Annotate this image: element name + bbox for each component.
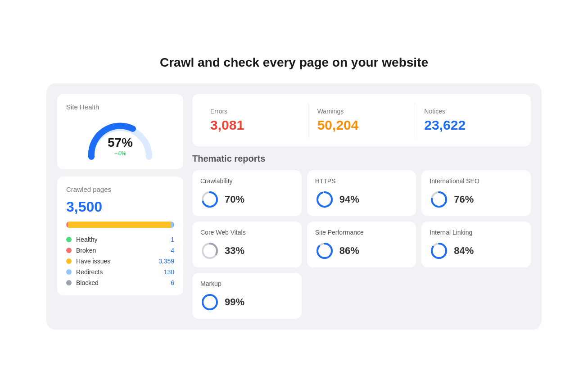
report-name: Core Web Vitals <box>200 229 294 236</box>
report-gauge: 99% <box>200 293 294 312</box>
legend-item: Broken 4 <box>66 247 174 254</box>
bar-segment <box>68 222 171 228</box>
report-gauge: 33% <box>200 241 294 260</box>
gauge-change: +4% <box>108 150 133 157</box>
legend-count: 3,359 <box>158 258 174 265</box>
reports-grid: Crawlability 70% HTTPS 94% International… <box>192 170 531 319</box>
report-name: Markup <box>200 280 294 287</box>
legend-list: Healthy 1 Broken 4 Have issues 3,359 Red… <box>66 236 174 286</box>
svg-point-13 <box>203 295 217 309</box>
report-name: HTTPS <box>315 177 408 185</box>
site-health-card: Site Health 57% +4% <box>57 94 183 169</box>
report-gauge: 76% <box>430 190 523 209</box>
donut-svg <box>315 241 334 260</box>
report-percent: 99% <box>225 296 244 308</box>
legend-label: Have issues <box>76 258 110 265</box>
right-panel: Errors 3,081 Warnings 50,204 Notices 23,… <box>192 94 531 319</box>
report-gauge: 86% <box>315 241 408 260</box>
legend-count: 6 <box>171 279 174 286</box>
thematic-reports-section: Thematic reports Crawlability 70% HTTPS … <box>192 154 531 319</box>
report-percent: 84% <box>454 245 474 257</box>
legend-count: 4 <box>171 247 174 254</box>
bar-segment <box>173 222 174 228</box>
donut-svg <box>200 241 219 260</box>
svg-point-3 <box>317 192 332 207</box>
legend-count: 1 <box>171 236 174 243</box>
stat-item[interactable]: Errors 3,081 <box>201 103 308 137</box>
donut-svg <box>315 190 334 209</box>
donut-svg <box>200 190 219 209</box>
stat-label: Notices <box>424 108 513 115</box>
donut-svg <box>200 293 219 312</box>
svg-point-9 <box>317 244 332 258</box>
report-percent: 33% <box>225 245 244 257</box>
report-percent: 86% <box>339 245 359 257</box>
report-gauge: 70% <box>200 190 294 209</box>
site-health-label: Site Health <box>66 103 174 111</box>
report-gauge: 94% <box>315 190 408 209</box>
legend-label: Redirects <box>76 268 103 276</box>
stats-card: Errors 3,081 Warnings 50,204 Notices 23,… <box>192 94 531 146</box>
stat-value: 3,081 <box>210 118 299 133</box>
stat-value: 50,204 <box>317 118 406 133</box>
report-name: Internal Linking <box>430 229 523 236</box>
page-container: Crawl and check every page on your websi… <box>46 55 542 330</box>
report-name: Crawlability <box>200 177 294 185</box>
legend-dot <box>66 258 72 264</box>
legend-count: 130 <box>164 268 174 276</box>
bar-chart <box>66 222 174 228</box>
report-card[interactable]: International SEO 76% <box>421 170 531 216</box>
report-card[interactable]: HTTPS 94% <box>307 170 416 216</box>
gauge-container: 57% +4% <box>84 116 156 157</box>
page-title: Crawl and check every page on your websi… <box>46 55 542 70</box>
gauge-percent: 57% <box>108 136 133 150</box>
legend-dot <box>66 248 72 253</box>
legend-label: Healthy <box>76 236 97 243</box>
legend-dot <box>66 237 72 242</box>
thematic-title: Thematic reports <box>192 154 531 164</box>
stat-item[interactable]: Warnings 50,204 <box>308 103 416 137</box>
legend-dot <box>66 269 72 275</box>
report-card[interactable]: Site Performance 86% <box>307 222 416 267</box>
crawled-count: 3,500 <box>66 199 174 215</box>
legend-dot <box>66 280 72 285</box>
report-gauge: 84% <box>430 241 523 260</box>
stat-label: Errors <box>210 108 299 115</box>
legend-label: Broken <box>76 247 96 254</box>
report-percent: 94% <box>339 194 359 205</box>
stat-label: Warnings <box>317 108 406 115</box>
report-name: International SEO <box>430 177 523 185</box>
gauge-center-text: 57% +4% <box>108 136 133 157</box>
donut-svg <box>430 190 448 209</box>
report-card[interactable]: Core Web Vitals 33% <box>192 222 302 267</box>
legend-label: Blocked <box>76 279 99 286</box>
legend-item: Redirects 130 <box>66 268 174 276</box>
report-percent: 76% <box>454 194 474 205</box>
legend-item: Healthy 1 <box>66 236 174 243</box>
left-panel: Site Health 57% +4% Crawled page <box>57 94 183 319</box>
report-name: Site Performance <box>315 229 408 236</box>
crawled-pages-card: Crawled pages 3,500 Healthy 1 Broken 4 H… <box>57 177 183 295</box>
report-card[interactable]: Crawlability 70% <box>192 170 302 216</box>
legend-item: Blocked 6 <box>66 279 174 286</box>
crawled-pages-label: Crawled pages <box>66 186 174 193</box>
dashboard: Site Health 57% +4% Crawled page <box>46 83 542 330</box>
legend-item: Have issues 3,359 <box>66 258 174 265</box>
donut-svg <box>430 241 448 260</box>
stat-item[interactable]: Notices 23,622 <box>415 103 522 137</box>
stat-value: 23,622 <box>424 118 513 133</box>
report-card[interactable]: Markup 99% <box>192 273 302 319</box>
report-percent: 70% <box>225 194 244 205</box>
report-card[interactable]: Internal Linking 84% <box>421 222 531 267</box>
